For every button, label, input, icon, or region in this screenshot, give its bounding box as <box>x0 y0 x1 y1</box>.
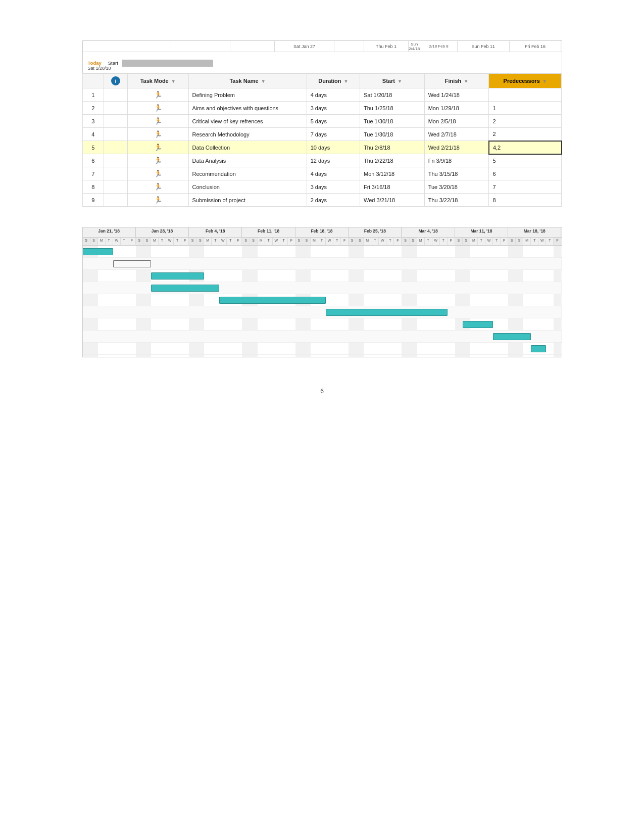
cell-id: 1 <box>82 88 104 102</box>
th-mode: Task Mode ▼ <box>127 74 188 88</box>
table-row: 9 🏃 Submission of project 2 days Wed 3/2… <box>82 194 562 207</box>
cell-mode: 🏃 <box>127 154 188 167</box>
week-label: Mar 11, '18 <box>455 227 508 237</box>
table-row: 7 🏃 Recommendation 4 days Mon 3/12/18 Th… <box>82 167 562 180</box>
day-cell: S <box>508 238 516 245</box>
task-icon: 🏃 <box>154 144 162 151</box>
day-cell: S <box>410 238 417 245</box>
sort-arrow-finish[interactable]: ▼ <box>464 79 468 84</box>
start-date: Sat 1/20/18 <box>88 66 111 71</box>
cell-mode: 🏃 <box>127 115 188 128</box>
cell-info <box>104 154 128 167</box>
week-label: Jan 21, '18 <box>83 227 136 237</box>
cell-info <box>104 141 128 154</box>
cell-duration: 10 days <box>307 141 360 154</box>
cell-info <box>104 167 128 180</box>
cell-start: Tue 1/30/18 <box>360 115 424 128</box>
cell-finish: Wed 2/21/18 <box>424 141 489 154</box>
page-number: 6 <box>82 388 562 395</box>
day-cell: M <box>417 238 425 245</box>
day-cell: W <box>538 238 546 245</box>
day-cell: T <box>386 238 394 245</box>
gantt-bar <box>493 333 531 340</box>
start-label: Start <box>108 60 118 66</box>
day-cell: S <box>90 238 98 245</box>
cell-finish: Tue 3/20/18 <box>424 180 489 194</box>
day-cell: W <box>273 238 280 245</box>
sun-feb11-label: Sun Feb 11 <box>458 41 510 52</box>
task-icon: 🏃 <box>154 196 162 204</box>
cell-finish: Thu 3/22/18 <box>424 194 489 207</box>
day-cell: M <box>523 238 531 245</box>
day-cell: M <box>204 238 212 245</box>
cell-finish: Thu 3/15/18 <box>424 167 489 180</box>
cell-finish: Mon 1/29/18 <box>424 102 489 115</box>
cell-duration: 4 days <box>307 167 360 180</box>
sort-arrow-dur[interactable]: ▼ <box>344 79 349 84</box>
cell-finish: Wed 2/7/18 <box>424 128 489 141</box>
table-body: 1 🏃 Defining Problem 4 days Sat 1/20/18 … <box>82 88 562 207</box>
day-cell: M <box>258 238 265 245</box>
week-label: Feb 4, '18 <box>189 227 242 237</box>
table-row: 4 🏃 Research Methodology 7 days Tue 1/30… <box>82 128 562 141</box>
timeline-header: Sat Jan 27 Thu Feb 1 Sun 2/4/18 2/18 Feb… <box>82 40 562 73</box>
gantt-bar <box>151 285 219 292</box>
gantt-row-bg <box>83 331 562 343</box>
cell-name: Aims and objectives with questions <box>188 102 307 115</box>
table-row: 2 🏃 Aims and objectives with questions 3… <box>82 102 562 115</box>
task-icon: 🏃 <box>154 183 162 191</box>
day-cell: F <box>394 238 402 245</box>
gantt-bar <box>531 345 546 352</box>
cell-name: Critical view of key refrences <box>188 115 307 128</box>
day-cell: S <box>402 238 409 245</box>
cell-start: Tue 1/30/18 <box>360 128 424 141</box>
cell-predecessors: 8 <box>489 194 562 207</box>
day-cell: S <box>136 238 143 245</box>
week-label: Feb 11, '18 <box>242 227 295 237</box>
sort-arrow-name[interactable]: ▼ <box>261 79 266 84</box>
cell-duration: 4 days <box>307 88 360 102</box>
day-cell: T <box>174 238 181 245</box>
sort-arrow-pred[interactable]: ▼ <box>542 79 547 84</box>
th-finish: Finish ▼ <box>424 74 489 88</box>
day-cell: M <box>98 238 106 245</box>
sort-arrow-start[interactable]: ▼ <box>398 79 402 84</box>
week-label: Feb 18, '18 <box>295 227 349 237</box>
day-cell: S <box>189 238 196 245</box>
day-cell: T <box>227 238 234 245</box>
week-label: Feb 25, '18 <box>349 227 402 237</box>
day-cell: S <box>250 238 258 245</box>
sort-arrow-mode[interactable]: ▼ <box>171 79 176 84</box>
day-cell: F <box>341 238 349 245</box>
gantt-row-bg <box>83 343 562 355</box>
day-cell: F <box>501 238 508 245</box>
cell-start: Sat 1/20/18 <box>360 88 424 102</box>
cell-start: Thu 2/22/18 <box>360 154 424 167</box>
gantt-row-bg <box>83 258 562 270</box>
cell-info <box>104 115 128 128</box>
day-cell: S <box>242 238 250 245</box>
day-cell: W <box>485 238 493 245</box>
cell-predecessors: 4,2 <box>489 141 562 154</box>
thu-feb-label: Thu Feb 1 <box>364 41 409 52</box>
cell-predecessors: 5 <box>489 154 562 167</box>
cell-mode: 🏃 <box>127 180 188 194</box>
date-cell-empty5: Sun 2/4/18 <box>409 41 420 52</box>
day-cell: T <box>440 238 448 245</box>
gantt-bar <box>326 309 448 316</box>
date-row: Sat Jan 27 Thu Feb 1 Sun 2/4/18 2/18 Feb… <box>83 41 562 52</box>
day-cell: T <box>531 238 538 245</box>
day-cell: M <box>151 238 159 245</box>
cell-name: Conclusion <box>188 180 307 194</box>
cell-predecessors: 7 <box>489 180 562 194</box>
cell-predecessors: 1 <box>489 102 562 115</box>
day-cell: T <box>265 238 273 245</box>
cell-predecessors: 2 <box>489 115 562 128</box>
task-icon: 🏃 <box>154 157 162 164</box>
day-cell: S <box>303 238 311 245</box>
table-row: 5 🏃 Data Collection 10 days Thu 2/8/18 W… <box>82 141 562 154</box>
day-cell: T <box>478 238 485 245</box>
task-icon: 🏃 <box>154 170 162 177</box>
gantt-table: i Task Mode ▼ Task Name ▼ Duration ▼ Sta… <box>82 73 562 207</box>
day-cell: F <box>128 238 136 245</box>
